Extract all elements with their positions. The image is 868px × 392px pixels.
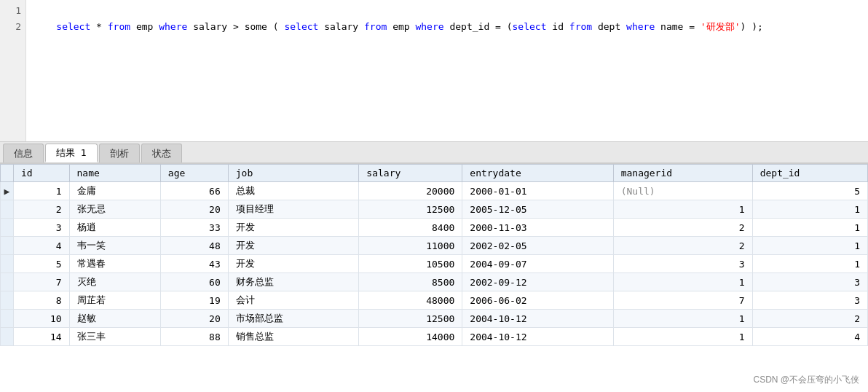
col-dept-id: dept_id xyxy=(752,165,867,182)
cell-job: 总裁 xyxy=(228,182,359,200)
cell-salary: 14000 xyxy=(359,328,462,346)
cell-name: 赵敏 xyxy=(69,310,160,328)
cell-dept_id: 1 xyxy=(752,200,867,219)
cell-dept_id: 5 xyxy=(752,182,867,200)
tab-results[interactable]: 结果 1 xyxy=(45,144,98,162)
cell-dept_id: 1 xyxy=(752,237,867,255)
col-salary: salary xyxy=(359,165,462,182)
cell-age: 33 xyxy=(160,219,228,237)
cell-id: 10 xyxy=(14,310,70,328)
tab-info[interactable]: 信息 xyxy=(3,144,44,162)
code-content[interactable]: select * from emp where salary > some ( … xyxy=(26,0,868,141)
cell-name: 常遇春 xyxy=(69,255,160,273)
cell-salary: 8400 xyxy=(359,219,462,237)
cell-dept_id: 3 xyxy=(752,273,867,291)
cell-entrydate: 2000-01-01 xyxy=(462,182,613,200)
cell-id: 14 xyxy=(14,328,70,346)
cell-name: 韦一笑 xyxy=(69,237,160,255)
table-row: 14张三丰88销售总监140002004-10-1214 xyxy=(1,328,868,346)
cell-dept_id: 1 xyxy=(752,255,867,273)
cell-id: 4 xyxy=(14,237,70,255)
cell-id: 2 xyxy=(14,200,70,219)
cell-entrydate: 2006-06-02 xyxy=(462,291,613,310)
line-numbers: 1 2 xyxy=(0,0,26,141)
tabs-bar: 信息 结果 1 剖析 状态 xyxy=(0,142,868,164)
cell-job: 财务总监 xyxy=(228,273,359,291)
cell-id: 7 xyxy=(14,273,70,291)
table-row: 5常遇春43开发105002004-09-0731 xyxy=(1,255,868,273)
table-row: 3杨逍33开发84002000-11-0321 xyxy=(1,219,868,237)
cell-id: 5 xyxy=(14,255,70,273)
line-number: 1 xyxy=(4,3,21,19)
cell-entrydate: 2005-12-05 xyxy=(462,200,613,219)
table-row: 4韦一笑48开发110002002-02-0521 xyxy=(1,237,868,255)
cell-managerid: 2 xyxy=(613,237,752,255)
cell-salary: 10500 xyxy=(359,255,462,273)
cell-managerid: 1 xyxy=(613,328,752,346)
cell-salary: 8500 xyxy=(359,273,462,291)
col-indicator xyxy=(1,165,14,182)
table-row: 7灭绝60财务总监85002002-09-1213 xyxy=(1,273,868,291)
cell-managerid: 1 xyxy=(613,200,752,219)
cell-managerid: 1 xyxy=(613,310,752,328)
table-row: 2张无忌20项目经理125002005-12-0511 xyxy=(1,200,868,219)
row-indicator xyxy=(1,310,14,328)
cell-dept_id: 3 xyxy=(752,291,867,310)
cell-job: 销售总监 xyxy=(228,328,359,346)
cell-age: 43 xyxy=(160,255,228,273)
cell-id: 1 xyxy=(14,182,70,200)
results-area[interactable]: id name age job salary entrydate manager… xyxy=(0,164,868,392)
cell-managerid: 2 xyxy=(613,219,752,237)
row-indicator xyxy=(1,291,14,310)
cell-id: 3 xyxy=(14,219,70,237)
cell-name: 金庸 xyxy=(69,182,160,200)
cell-age: 60 xyxy=(160,273,228,291)
bottom-section: 信息 结果 1 剖析 状态 id name age job salary ent… xyxy=(0,142,868,392)
watermark: CSDN @不会压弯的小飞侠 xyxy=(753,374,859,386)
cell-salary: 11000 xyxy=(359,237,462,255)
line-number: 2 xyxy=(4,19,21,35)
cell-managerid: 1 xyxy=(613,273,752,291)
col-age: age xyxy=(160,165,228,182)
col-managerid: managerid xyxy=(613,165,752,182)
cell-managerid: (Null) xyxy=(613,182,752,200)
col-id: id xyxy=(14,165,70,182)
row-indicator: ▶ xyxy=(1,182,14,200)
col-entrydate: entrydate xyxy=(462,165,613,182)
cell-job: 项目经理 xyxy=(228,200,359,219)
cell-entrydate: 2004-10-12 xyxy=(462,328,613,346)
code-line-1: select * from emp where salary > some ( … xyxy=(56,21,763,32)
cell-salary: 12500 xyxy=(359,200,462,219)
cell-name: 周芷若 xyxy=(69,291,160,310)
row-indicator xyxy=(1,255,14,273)
table-header-row: id name age job salary entrydate manager… xyxy=(1,165,868,182)
row-indicator xyxy=(1,200,14,219)
cell-job: 开发 xyxy=(228,237,359,255)
cell-job: 会计 xyxy=(228,291,359,310)
cell-job: 开发 xyxy=(228,255,359,273)
cell-age: 20 xyxy=(160,200,228,219)
row-indicator xyxy=(1,237,14,255)
row-indicator xyxy=(1,273,14,291)
cell-age: 20 xyxy=(160,310,228,328)
cell-age: 66 xyxy=(160,182,228,200)
cell-name: 灭绝 xyxy=(69,273,160,291)
cell-dept_id: 2 xyxy=(752,310,867,328)
tab-status[interactable]: 状态 xyxy=(141,144,182,162)
cell-entrydate: 2002-09-12 xyxy=(462,273,613,291)
row-indicator xyxy=(1,328,14,346)
cell-name: 张无忌 xyxy=(69,200,160,219)
tab-profile[interactable]: 剖析 xyxy=(99,144,140,162)
cell-salary: 48000 xyxy=(359,291,462,310)
cell-salary: 20000 xyxy=(359,182,462,200)
col-name: name xyxy=(69,165,160,182)
table-row: ▶1金庸66总裁200002000-01-01(Null)5 xyxy=(1,182,868,200)
cell-id: 8 xyxy=(14,291,70,310)
cell-age: 48 xyxy=(160,237,228,255)
row-indicator xyxy=(1,219,14,237)
col-job: job xyxy=(228,165,359,182)
cell-entrydate: 2002-02-05 xyxy=(462,237,613,255)
cell-name: 张三丰 xyxy=(69,328,160,346)
cell-age: 19 xyxy=(160,291,228,310)
table-row: 10赵敏20市场部总监125002004-10-1212 xyxy=(1,310,868,328)
